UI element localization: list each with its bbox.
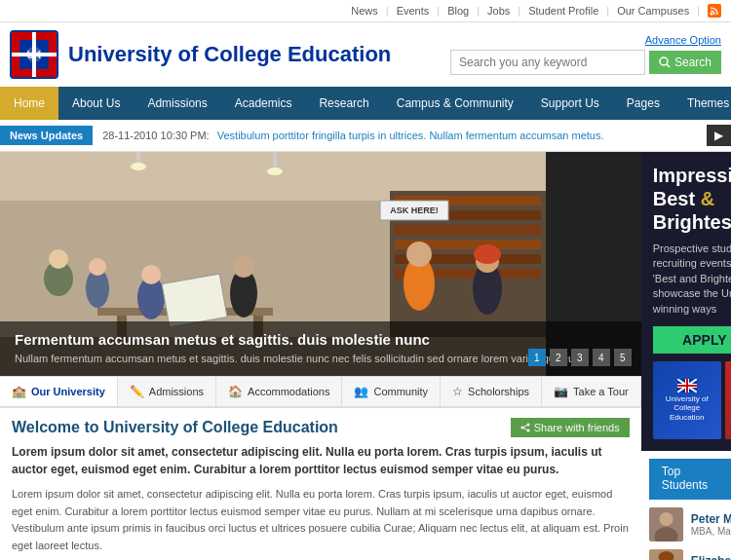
- share-button[interactable]: Share with friends: [511, 418, 630, 437]
- nav-research[interactable]: Research: [305, 87, 382, 120]
- tab-community[interactable]: 👥 Community: [342, 377, 441, 406]
- tab-accommodations-label: Accommodations: [248, 386, 329, 397]
- student-name-peter: Peter Morgen: [691, 512, 731, 526]
- promo-box: Impressing the Best & Brightest Prospect…: [641, 152, 731, 451]
- student-item-elizabeth: Elizabeth Simon BBA February 2010: [649, 549, 731, 560]
- svg-point-45: [520, 427, 523, 429]
- svg-rect-18: [395, 225, 541, 235]
- svg-point-32: [141, 265, 161, 284]
- logo-area: UK University of College Education: [10, 30, 391, 79]
- students-tabs: Top Students Almuni: [649, 459, 731, 500]
- advance-option-link[interactable]: Advance Option: [645, 34, 721, 46]
- header-right: Advance Option Search: [450, 34, 721, 75]
- hero-title: Fermentum accumsan metus et sagittis. du…: [15, 331, 627, 348]
- top-bar: News | Events | Blog | Jobs | Student Pr…: [0, 0, 731, 22]
- nav-admissions[interactable]: Admissions: [134, 87, 220, 120]
- nav-campus-community[interactable]: Campus & Community: [383, 87, 527, 120]
- hero-slideshow: ASK HERE!: [0, 152, 641, 376]
- accommodations-icon: 🏠: [228, 385, 243, 398]
- apply-now-button[interactable]: APPLY NOW: [653, 326, 731, 354]
- student-avatar-elizabeth: [649, 549, 683, 560]
- svg-text:UK: UK: [27, 50, 42, 60]
- tab-take-a-tour[interactable]: 📷 Take a Tour: [542, 377, 641, 406]
- peter-avatar-img: [649, 507, 683, 541]
- university-icon: 🏫: [12, 385, 26, 398]
- hero-dot-5[interactable]: 5: [614, 349, 632, 366]
- main-nav: Home About Us Admissions Academics Resea…: [0, 87, 731, 120]
- share-label: Share with friends: [534, 422, 620, 433]
- book2: PROSPECTUS 2011 University of College Ed…: [725, 361, 731, 439]
- header: UK University of College Education Advan…: [0, 22, 731, 87]
- nav-news[interactable]: News: [351, 5, 378, 17]
- tab-community-label: Community: [373, 386, 428, 397]
- student-degree-peter: MBA, March 2011: [691, 526, 731, 537]
- student-item-peter: Peter Morgen MBA, March 2011: [649, 507, 731, 541]
- promo-title: Impressing the Best & Brightest: [653, 164, 731, 234]
- nav-our-campuses[interactable]: Our Campuses: [617, 5, 689, 17]
- content-left: ASK HERE!: [0, 152, 641, 560]
- main-area: ASK HERE!: [0, 152, 731, 560]
- news-label: News Updates: [0, 126, 93, 145]
- news-next-arrow[interactable]: ▶: [707, 125, 731, 146]
- promo-title-line1: Impressing the: [653, 165, 731, 186]
- news-content: Vestibulum porttitor fringilla turpis in…: [217, 130, 604, 141]
- news-ticker: News Updates 28-11-2010 10:30 PM: Vestib…: [0, 120, 731, 152]
- nav-pages[interactable]: Pages: [613, 87, 673, 120]
- top-students-section: Top Students Almuni Peter Morgen MBA, Ma…: [641, 451, 731, 560]
- welcome-section: Welcome to University of College Educati…: [0, 408, 641, 560]
- welcome-intro: Lorem ipsum dolor sit amet, consectetur …: [12, 443, 630, 478]
- tab-accommodations[interactable]: 🏠 Accommodations: [216, 377, 342, 406]
- students-tab-top[interactable]: Top Students: [649, 459, 731, 498]
- student-info-elizabeth: Elizabeth Simon BBA February 2010: [691, 554, 731, 560]
- nav-blog[interactable]: Blog: [447, 5, 469, 17]
- nav-jobs[interactable]: Jobs: [487, 5, 510, 17]
- book1: University of College Education: [653, 361, 721, 439]
- tour-icon: 📷: [554, 385, 568, 398]
- news-date: 28-11-2010 10:30 PM:: [102, 130, 209, 141]
- search-bar: Search: [450, 50, 721, 75]
- promo-desc: Prospective student recruiting events su…: [653, 242, 731, 317]
- hero-dot-2[interactable]: 2: [550, 349, 567, 366]
- nav-academics[interactable]: Academics: [221, 87, 306, 120]
- svg-point-47: [526, 429, 529, 432]
- community-icon: 👥: [354, 385, 368, 398]
- share-icon: [520, 423, 530, 432]
- svg-rect-40: [162, 274, 227, 327]
- search-icon: [659, 56, 671, 68]
- hero-dot-4[interactable]: 4: [593, 349, 610, 366]
- tab-admissions-label: Admissions: [149, 386, 204, 397]
- svg-point-39: [474, 244, 501, 264]
- nav-home[interactable]: Home: [0, 87, 58, 120]
- welcome-header: Welcome to University of College Educati…: [12, 418, 630, 437]
- rss-icon[interactable]: [708, 4, 721, 18]
- hero-dot-3[interactable]: 3: [571, 349, 589, 366]
- nav-support-us[interactable]: Support Us: [527, 87, 613, 120]
- admissions-icon: ✏️: [130, 385, 144, 398]
- promo-title-line2: Best & Brightest: [653, 188, 731, 233]
- svg-point-28: [49, 249, 68, 269]
- student-info-peter: Peter Morgen MBA, March 2011: [691, 512, 731, 537]
- nav-events[interactable]: Events: [397, 5, 430, 17]
- tab-take-a-tour-label: Take a Tour: [573, 386, 629, 397]
- svg-point-36: [406, 242, 432, 267]
- tab-admissions[interactable]: ✏️ Admissions: [118, 377, 216, 406]
- nav-themes[interactable]: Themes: [673, 87, 731, 120]
- search-button[interactable]: Search: [649, 51, 721, 74]
- svg-point-0: [711, 13, 713, 16]
- logo-shield: UK: [10, 30, 58, 79]
- logo-text: University of College Education: [68, 42, 391, 67]
- hero-dot-1[interactable]: 1: [528, 349, 546, 366]
- uk-flag-book1: [677, 379, 697, 392]
- nav-student-profile[interactable]: Student Profile: [528, 5, 598, 17]
- tab-our-university[interactable]: 🏫 Our University: [0, 377, 118, 406]
- svg-point-46: [526, 424, 529, 427]
- nav-about-us[interactable]: About Us: [58, 87, 134, 120]
- elizabeth-avatar-img: [649, 549, 683, 560]
- tab-our-university-label: Our University: [31, 386, 105, 397]
- svg-point-30: [89, 258, 106, 276]
- svg-point-58: [659, 512, 673, 526]
- student-name-elizabeth: Elizabeth Simon: [691, 554, 731, 560]
- scholarships-icon: ☆: [452, 385, 463, 398]
- search-input[interactable]: [450, 50, 645, 75]
- tab-scholarships[interactable]: ☆ Scholorships: [441, 377, 542, 406]
